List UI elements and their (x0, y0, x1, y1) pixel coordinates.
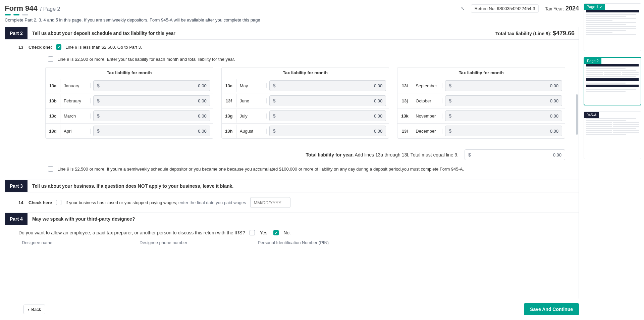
chevron-left-icon: ‹ (28, 307, 29, 312)
month-code: 13a (46, 79, 60, 92)
header: Form 944 / Page 2 ⤡ Return No: 6S0035424… (5, 4, 579, 13)
month-input-13c[interactable]: $0.00 (93, 110, 210, 121)
checkbox-irs-no[interactable] (273, 230, 279, 235)
total-tax-liability: Total tax liability (Line 9): $479.66 (495, 30, 579, 37)
month-row-13h: 13hAugust$0.00 (222, 123, 389, 138)
back-button[interactable]: ‹ Back (23, 305, 45, 314)
part3-bar: Part 3 Tell us about your business. If a… (5, 180, 579, 192)
thumbnail-945a[interactable]: 945-A (584, 111, 641, 159)
checkbox-line9-2500-more[interactable] (48, 56, 53, 62)
month-input-13h[interactable]: $0.00 (269, 126, 386, 136)
month-name: February (60, 98, 91, 103)
designee-phone-label: Designee phone number (140, 240, 187, 245)
month-code: 13i (397, 79, 412, 92)
designee-name-label: Designee name (22, 240, 52, 245)
month-row-13f: 13fJune$0.00 (222, 93, 389, 108)
month-input-13b[interactable]: $0.00 (93, 95, 210, 106)
check-icon: ✓ (600, 5, 602, 9)
total-liability-year-input[interactable]: $ 0.00 (465, 149, 565, 160)
month-name: May (236, 83, 267, 88)
month-col-1: Tax liability for month 13aJanuary$0.001… (45, 67, 213, 139)
month-code: 13f (222, 94, 236, 107)
designee-fields: Designee name Designee phone number Pers… (5, 238, 579, 245)
monthly-liability-grid: Tax liability for month 13aJanuary$0.001… (5, 67, 579, 145)
part4-tag: Part 4 (5, 213, 28, 225)
irs-discuss-row: Do you want to allow an employee, a paid… (5, 225, 579, 238)
month-input-13a[interactable]: $0.00 (93, 80, 210, 91)
form-title: Form 944 (5, 4, 38, 13)
month-code: 13c (46, 109, 60, 123)
month-name: November (412, 113, 442, 119)
month-row-13b: 13bFebruary$0.00 (46, 93, 213, 108)
checkbox-line9-less-2500[interactable] (56, 44, 61, 50)
month-col-3: Tax liability for month 13iSeptember$0.0… (397, 67, 565, 139)
month-row-13a: 13aJanuary$0.00 (46, 78, 213, 93)
line-13: 13 Check one: Line 9 is less than $2,500… (5, 40, 579, 54)
line-13-option2: Line 9 is $2,500 or more. Enter your tax… (5, 54, 579, 67)
progress-tab-2[interactable] (13, 14, 19, 15)
month-input-13l[interactable]: $0.00 (445, 126, 562, 136)
checkbox-irs-yes[interactable] (250, 230, 255, 235)
part2-bar: Part 2 Tell us about your deposit schedu… (5, 27, 579, 40)
progress-tab-3[interactable] (22, 14, 28, 15)
month-row-13i: 13iSeptember$0.00 (397, 78, 565, 93)
month-row-13g: 13gJuly$0.00 (222, 108, 389, 123)
total-liability-year-row: Total liability for year. Add lines 13a … (5, 145, 579, 164)
month-col-2: Tax liability for month 13eMay$0.0013fJu… (221, 67, 389, 139)
month-code: 13e (222, 79, 236, 92)
month-input-13g[interactable]: $0.00 (269, 110, 386, 121)
month-row-13e: 13eMay$0.00 (222, 78, 389, 93)
month-code: 13d (46, 125, 60, 138)
footer: ‹ Back Save And Continue (5, 299, 579, 320)
line-14: 14 Check here If your business has close… (5, 192, 579, 213)
line-13-option3: Line 9 is $2,500 or more. If you're a se… (5, 164, 579, 180)
month-input-13f[interactable]: $0.00 (269, 95, 386, 106)
return-number: Return No: 6S003542422454-3 (471, 4, 539, 13)
collapse-icon[interactable]: ⤡ (461, 6, 465, 11)
tax-year: Tax Year: 2024 (545, 5, 579, 12)
part2-desc: Tell us about your deposit schedule and … (32, 31, 175, 36)
month-code: 13l (397, 125, 412, 138)
month-name: August (236, 129, 267, 134)
month-code: 13k (397, 109, 412, 123)
option-line9-less-2500: Line 9 is less than $2,500. Go to Part 3… (65, 45, 142, 50)
page-thumbnails: Page 1 ✓ Page 2 (584, 0, 644, 320)
month-name: July (236, 113, 267, 119)
form-scroll-area[interactable]: Part 2 Tell us about your deposit schedu… (5, 27, 579, 299)
month-name: March (60, 113, 91, 119)
month-name: September (412, 83, 442, 88)
month-row-13j: 13jOctober$0.00 (397, 93, 565, 108)
checkbox-semiweekly[interactable] (48, 166, 53, 172)
month-row-13l: 13lDecember$0.00 (397, 123, 565, 138)
thumbnail-badge-page-1: Page 1 ✓ (584, 4, 605, 10)
progress-tabs (5, 14, 579, 15)
month-input-13i[interactable]: $0.00 (445, 80, 562, 91)
thumbnail-badge-945a: 945-A (584, 112, 599, 118)
page-subtitle: Complete Part 2, 3, 4 and 5 in this page… (5, 17, 579, 22)
month-input-13d[interactable]: $0.00 (93, 126, 210, 136)
part2-tag: Part 2 (5, 27, 28, 39)
month-input-13j[interactable]: $0.00 (445, 95, 562, 106)
month-row-13d: 13dApril$0.00 (46, 123, 213, 138)
month-input-13k[interactable]: $0.00 (445, 110, 562, 121)
thumbnail-badge-page-2: Page 2 (584, 58, 601, 64)
month-code: 13h (222, 125, 236, 138)
month-input-13e[interactable]: $0.00 (269, 80, 386, 91)
save-continue-button[interactable]: Save And Continue (524, 303, 579, 315)
month-row-13k: 13kNovember$0.00 (397, 108, 565, 123)
scrollbar[interactable] (576, 94, 578, 135)
progress-tab-1[interactable] (5, 14, 11, 15)
thumbnail-page-1[interactable]: Page 1 ✓ (584, 3, 641, 51)
month-name: January (60, 83, 91, 88)
page-label: / Page 2 (40, 6, 60, 12)
month-code: 13j (397, 94, 412, 107)
month-name: December (412, 129, 442, 134)
checkbox-business-closed[interactable] (56, 200, 61, 205)
month-name: October (412, 98, 442, 103)
final-wages-date-input[interactable] (250, 197, 290, 208)
month-code: 13g (222, 109, 236, 123)
part4-bar: Part 4 May we speak with your third-part… (5, 213, 579, 225)
month-code: 13b (46, 94, 60, 107)
thumbnail-page-2[interactable]: Page 2 (584, 57, 641, 105)
part3-tag: Part 3 (5, 180, 28, 192)
